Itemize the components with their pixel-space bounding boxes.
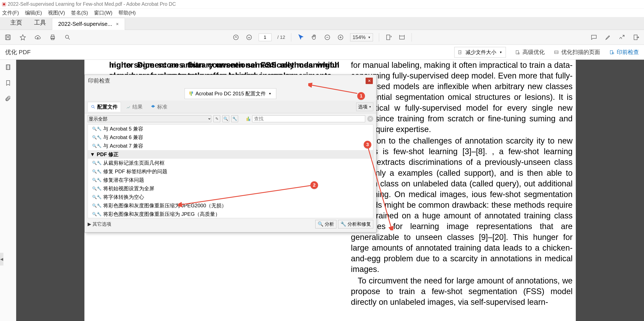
- svg-rect-20: [6, 65, 10, 70]
- page-up-icon[interactable]: [232, 34, 240, 41]
- pdf-icon: [2, 2, 6, 6]
- tab-profiles[interactable]: 配置文件: [88, 102, 121, 112]
- svg-point-8: [247, 35, 252, 40]
- filter-select[interactable]: 显示全部: [88, 115, 211, 122]
- pdf-col2-p1: for manual labeling, making it often imp…: [351, 60, 572, 135]
- dialog-search-input[interactable]: [252, 115, 365, 122]
- cloud-icon[interactable]: [34, 34, 41, 41]
- list-item[interactable]: 🔍🔧与 Acrobat 7 兼容: [88, 142, 373, 150]
- search-icon[interactable]: [64, 34, 71, 41]
- list-item[interactable]: 🔍🔧修复潜在字体问题: [88, 176, 373, 184]
- tab-document-label: 2022-Self-supervise...: [58, 21, 112, 27]
- highlight-icon[interactable]: [604, 34, 612, 41]
- tab-document[interactable]: 2022-Self-supervise... ×: [52, 18, 125, 30]
- pdf-page: ing to segment an arbitrary unseen seman…: [84, 60, 576, 321]
- hand-icon[interactable]: [310, 34, 318, 41]
- analyze-fix-button[interactable]: 🔧分析和修复: [338, 220, 373, 228]
- dialog-footer: ▶其它选项 🔍分析 🔧分析和修复: [85, 218, 376, 230]
- reduce-size-button[interactable]: 减少文件大小 ▼: [454, 47, 506, 58]
- menu-help[interactable]: 帮助(H): [118, 10, 136, 16]
- sign-icon[interactable]: [618, 34, 626, 41]
- bookmark-icon[interactable]: [5, 80, 11, 86]
- print-icon[interactable]: [49, 34, 56, 41]
- tab-home[interactable]: 主页: [4, 16, 28, 30]
- filter-wand-icon[interactable]: ✎: [214, 115, 220, 122]
- tab-results-label: 结果: [132, 103, 142, 110]
- zoom-level[interactable]: 154%▼: [350, 33, 373, 41]
- page-down-icon[interactable]: [245, 34, 252, 41]
- tab-results[interactable]: 结果: [123, 102, 146, 112]
- tab-standards[interactable]: 标准: [148, 102, 170, 112]
- list-item[interactable]: 🔍🔧与 Acrobat 5 兼容: [88, 125, 373, 133]
- star-icon[interactable]: [19, 34, 26, 41]
- svg-rect-1: [6, 35, 10, 37]
- separator: [379, 33, 379, 42]
- menu-edit[interactable]: 编辑(E): [25, 10, 42, 16]
- zoom-out-icon[interactable]: [324, 34, 331, 41]
- profile-list[interactable]: 🔍🔧与 Acrobat 5 兼容 🔍🔧与 Acrobat 6 兼容 🔍🔧与 Ac…: [88, 124, 373, 218]
- document-area[interactable]: ing to segment an arbitrary unseen seman…: [16, 60, 644, 321]
- tab-bar: 主页 工具 2022-Self-supervise... ×: [0, 17, 644, 30]
- svg-point-6: [66, 35, 69, 38]
- dialog-filter-row: 显示全部 ✎ 🔍 🔧 ✕: [85, 113, 376, 124]
- dialog-options[interactable]: 选项▼: [356, 103, 373, 111]
- menu-window[interactable]: 窗口(W): [94, 10, 112, 16]
- menu-file[interactable]: 文件(F): [2, 10, 19, 16]
- advanced-optimize-label: 高级优化: [522, 49, 545, 56]
- analyze-button[interactable]: 🔍分析: [315, 220, 336, 228]
- svg-rect-11: [387, 35, 390, 40]
- filter-bars-icon[interactable]: [247, 117, 250, 121]
- list-item[interactable]: 🔍🔧与 Acrobat 6 兼容: [88, 133, 373, 142]
- svg-rect-4: [52, 35, 54, 37]
- filter-wrench-icon[interactable]: 🔧: [231, 115, 238, 122]
- svg-rect-21: [7, 65, 9, 70]
- preflight-button[interactable]: 印前检查: [610, 49, 639, 56]
- profile-bars-icon: [190, 92, 193, 96]
- preflight-dialog: 印前检查 ✕ Acrobat Pro DC 2015 配置文件 ▼ 配置文件: [84, 75, 376, 232]
- optimize-scan-button[interactable]: 优化扫描的页面: [554, 49, 600, 56]
- tab-profiles-label: 配置文件: [97, 103, 118, 110]
- fit-page-icon[interactable]: [398, 34, 406, 41]
- fit-width-icon[interactable]: [385, 34, 392, 41]
- tab-tools[interactable]: 工具: [28, 16, 52, 30]
- svg-rect-0: [6, 35, 10, 40]
- page-number-input[interactable]: [258, 34, 271, 41]
- toolbar-right: [590, 34, 640, 41]
- profile-dropdown[interactable]: Acrobat Pro DC 2015 配置文件 ▼: [184, 88, 276, 99]
- menu-sign[interactable]: 签名(S): [71, 10, 88, 16]
- menu-view[interactable]: 视图(V): [48, 10, 65, 16]
- reduce-size-label: 减少文件大小: [466, 49, 496, 56]
- zoom-in-icon[interactable]: [337, 34, 344, 41]
- filter-search-icon[interactable]: 🔍: [222, 115, 229, 122]
- list-item[interactable]: 🔍🔧将初始视图设置为全屏: [88, 184, 373, 193]
- dialog-title: 印前检查: [88, 77, 110, 85]
- list-item[interactable]: 🔍🔧将彩色图像和灰度图像重新压缩为 JPEG（高质量）: [88, 210, 373, 218]
- comment-icon[interactable]: [590, 34, 598, 41]
- attachment-icon[interactable]: [5, 96, 11, 102]
- callout-2: 2: [310, 181, 318, 189]
- pointer-icon[interactable]: [298, 34, 305, 41]
- save-icon[interactable]: [4, 34, 12, 41]
- svg-point-22: [92, 105, 94, 108]
- dialog-tabs: 配置文件 结果 标准 选项▼: [85, 101, 376, 113]
- tab-close-icon[interactable]: ×: [116, 21, 119, 27]
- list-group-pdf-fix[interactable]: ▼PDF 修正: [88, 150, 373, 159]
- svg-rect-2: [6, 38, 10, 40]
- pdf-col2-p2: solution to the challenges of annotation…: [351, 135, 572, 274]
- dialog-close-icon[interactable]: ✕: [366, 78, 373, 84]
- sidebar-collapse-icon[interactable]: ◀: [0, 253, 4, 265]
- advanced-optimize-button[interactable]: 高级优化: [515, 49, 545, 56]
- list-item[interactable]: 🔍🔧将字体转换为空心: [88, 193, 373, 201]
- left-sidebar: ◀: [0, 60, 16, 321]
- separator: [291, 33, 292, 42]
- more-icon[interactable]: [632, 34, 640, 41]
- thumbnails-icon[interactable]: [5, 64, 11, 70]
- callout-1: 1: [357, 92, 365, 100]
- footer-expand[interactable]: ▶其它选项: [88, 221, 111, 227]
- search-clear-icon[interactable]: ✕: [367, 116, 373, 122]
- pdf-col2-p3: To circumvent the need for large amount …: [351, 275, 572, 307]
- list-item[interactable]: 🔍🔧修复 PDF 标签结构中的问题: [88, 167, 373, 176]
- list-item[interactable]: 🔍🔧从裁剪标记派生页面几何框: [88, 159, 373, 167]
- window-title: 2022-Self-supervised Learning for Few-sh…: [8, 1, 176, 7]
- list-item[interactable]: 🔍🔧将彩色图像和灰度图像重新压缩为 JPEG2000（无损）: [88, 201, 373, 210]
